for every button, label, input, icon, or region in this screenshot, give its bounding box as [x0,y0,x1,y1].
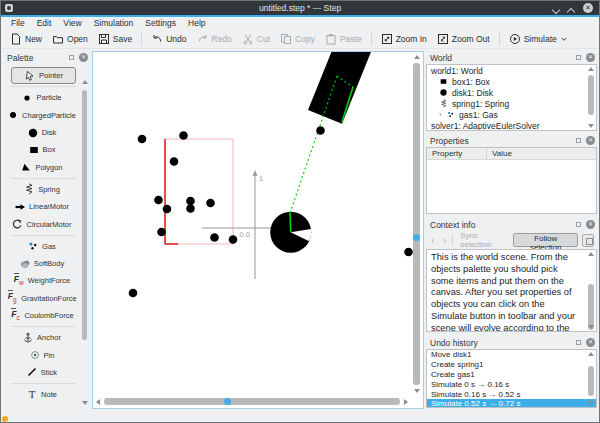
menu-file[interactable]: File [5,17,31,30]
undo-item[interactable]: Simulate 0.16 s → 0.52 s [427,389,596,399]
undo-close-icon[interactable]: ✕ [586,338,595,347]
gas-icon [446,110,455,119]
palette-item-note[interactable]: TNote [5,386,78,403]
save-button[interactable]: Save [93,31,137,48]
value-column-header[interactable]: Value [487,149,512,158]
menu-settings[interactable]: Settings [139,17,182,30]
palette-scrollbar[interactable] [82,84,87,397]
context-back-button[interactable]: ‹ [429,234,437,246]
zoom-out-button[interactable]: Zoom Out [432,31,495,48]
sync-selection-button[interactable]: Sync selection [457,231,509,249]
minimize-icon[interactable] [553,6,560,11]
box1[interactable] [308,52,387,124]
palette-item-softbody[interactable]: SoftBody [5,255,78,272]
gas-particle[interactable] [163,205,172,214]
palette-item-particle[interactable]: Particle [5,89,78,106]
palette-item-coulombforce[interactable]: FcCoulombForce [5,307,78,324]
palette-item-circularmotor[interactable]: CircularMotor [5,215,78,232]
palette-item-weightforce[interactable]: FwWeightForce [5,272,78,289]
zoom-in-icon [381,33,393,45]
gas-particle[interactable] [316,126,325,135]
palette-float-icon[interactable] [69,55,74,60]
gas-particle[interactable] [206,199,215,208]
palette-item-spring[interactable]: Spring [5,181,78,198]
toolbar: NewOpenSaveUndoRedoCutCopyPasteZoom InZo… [1,30,599,49]
palette-item-box[interactable]: Box [5,141,78,158]
undo-scrollbar[interactable] [587,352,595,405]
pointer-icon [24,70,36,82]
context-detach-button[interactable] [582,234,594,247]
simulate-button[interactable]: Simulate [504,31,573,48]
palette-item-pin[interactable]: Pin [5,346,78,363]
menu-view[interactable]: View [57,17,87,30]
tree-item-disk1[interactable]: disk1: Disk [427,87,596,98]
world-float-icon[interactable] [576,55,581,60]
canvas-vertical-scrollbar[interactable] [411,53,422,395]
paste-button[interactable]: Paste [320,31,367,48]
gas-particle[interactable] [229,235,238,244]
world-close-icon[interactable]: ✕ [586,53,595,62]
cut-button[interactable]: Cut [237,31,275,48]
palette-item-polygon[interactable]: Polygon [5,158,78,175]
gas-particle[interactable] [170,157,179,166]
open-button[interactable]: Open [47,31,93,48]
gas-particle[interactable] [186,197,195,206]
spring1[interactable] [290,213,291,232]
zoom-in-button[interactable]: Zoom In [376,31,432,48]
world-tree: world1: Worldbox1: Boxdisk1: Diskspring1… [426,64,597,131]
y-unit-label: 1 [259,174,263,183]
palette-item-gas[interactable]: Gas [5,238,78,255]
redo-button[interactable]: Redo [192,31,237,48]
undo-button[interactable]: Undo [146,31,191,48]
palette-item-anchor[interactable]: Anchor [5,329,78,346]
chevron-down-icon[interactable] [560,35,568,43]
menu-simulation[interactable]: Simulation [88,17,140,30]
palette-item-stick[interactable]: Stick [5,364,78,381]
tree-item-world1[interactable]: world1: World [427,65,596,76]
follow-selection-button[interactable]: Follow selection [513,233,578,247]
properties-float-icon[interactable] [576,138,581,143]
box-icon [28,144,40,156]
property-column-header[interactable]: Property [427,147,487,160]
scene-canvas[interactable]: 0.01 [92,51,424,409]
maximize-icon[interactable] [568,6,575,11]
close-icon[interactable]: ✕ [583,3,593,13]
gas-particle[interactable] [157,228,166,237]
context-close-icon[interactable]: ✕ [586,220,595,229]
undo-item[interactable]: Create spring1 [427,360,596,370]
tree-item-spring1[interactable]: spring1: Spring [427,98,596,109]
palette-close-icon[interactable]: ✕ [79,53,88,62]
undo-item[interactable]: Create gas1 [427,370,596,380]
undo-item[interactable]: Move disk1 [427,350,596,360]
canvas-horizontal-scrollbar[interactable] [94,396,410,407]
palette-item-pointer[interactable]: Pointer [11,67,76,84]
context-scrollbar[interactable] [587,252,595,329]
scene-drawing: 0.01 [93,52,413,400]
new-button[interactable]: New [5,31,47,48]
context-float-icon[interactable] [576,222,581,227]
undo-item[interactable]: Simulate 0 s → 0.16 s [427,379,596,389]
palette-item-gravitationforce[interactable]: FgGravitationForce [5,290,78,307]
menu-help[interactable]: Help [182,17,211,30]
palette-item-linearmotor[interactable]: LinearMotor [5,198,78,215]
properties-close-icon[interactable]: ✕ [586,136,595,145]
world-scrollbar[interactable] [587,67,595,128]
tree-item-solver1[interactable]: solver1: AdaptiveEulerSolver [427,120,596,131]
gas-particle[interactable] [138,135,147,144]
context-forward-button[interactable]: › [441,234,449,246]
undo-item[interactable]: Simulate 0.52 s → 0.72 s [427,399,596,408]
copy-button[interactable]: Copy [275,31,320,48]
gas-particle[interactable] [186,204,195,213]
palette-item-disk[interactable]: Disk [5,124,78,141]
properties-title: Properties [430,136,576,146]
tree-item-box1[interactable]: box1: Box [427,76,596,87]
tree-item-gas1[interactable]: ›gas1: Gas [427,109,596,120]
menu-edit[interactable]: Edit [31,17,58,30]
gas-particle[interactable] [154,196,163,205]
expander-icon[interactable]: › [439,110,445,119]
palette-item-chargedparticle[interactable]: ChargedParticle [5,107,78,124]
undo-float-icon[interactable] [576,340,581,345]
gas-particle[interactable] [179,131,188,140]
gas-particle[interactable] [129,289,138,298]
gas-particle[interactable] [210,233,219,242]
